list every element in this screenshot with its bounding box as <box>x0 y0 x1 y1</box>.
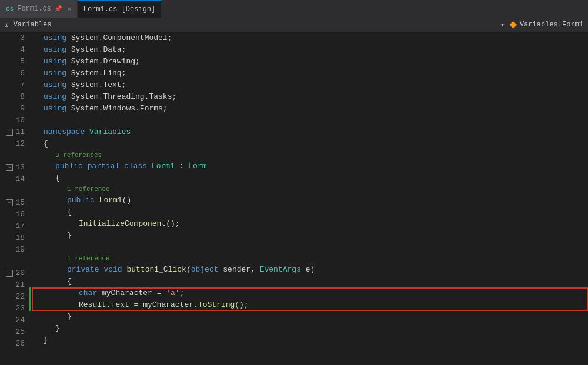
ln-14: 14 <box>0 173 25 185</box>
ln-ref3 <box>0 256 25 267</box>
collapse-15[interactable]: − <box>6 199 13 206</box>
tab-bar: cs Form1.cs 📌 ✕ Form1.cs [Design] <box>0 0 588 18</box>
ln-25: 25 <box>0 326 25 338</box>
breadcrumb-bar: ⊞ Variables ▾ 🔶 Variables.Form1 <box>0 18 588 32</box>
code-line-23: Result.Text = myCharacter.ToString(); <box>32 299 588 311</box>
ln-5: 5 <box>0 56 25 68</box>
variables-icon: ⊞ <box>5 21 9 29</box>
ln-4: 4 <box>0 44 25 56</box>
code-line-14: { <box>32 172 588 184</box>
collapse-11[interactable]: − <box>6 129 13 136</box>
code-line-4: using System.Data; <box>32 44 588 56</box>
highlight-region: char myCharacter = 'a'; Result.Text = my… <box>32 287 588 311</box>
code-line-7: using System.Text; <box>32 79 588 91</box>
collapse-13[interactable]: − <box>6 164 13 171</box>
tab-form1-design[interactable]: Form1.cs [Design] <box>78 0 162 18</box>
code-line-5: using System.Drawing; <box>32 56 588 68</box>
ln-10: 10 <box>0 115 25 126</box>
code-area: 3 4 5 6 7 8 9 10 −11 12 −13 14 −15 16 17… <box>0 32 588 365</box>
ln-16: 16 <box>0 209 25 220</box>
class-icon: 🔶 <box>509 21 517 29</box>
code-line-15: public Form1() <box>32 195 588 206</box>
code-line-16: { <box>32 206 588 218</box>
ln-19: 19 <box>0 244 25 256</box>
ln-13: −13 <box>0 162 25 173</box>
code-line-11: namespace Variables <box>32 126 588 138</box>
ln-11: −11 <box>0 126 25 138</box>
code-ref-1: 3 references <box>32 150 588 160</box>
ln-15: −15 <box>0 197 25 209</box>
ln-22: 22 <box>0 291 25 303</box>
line-numbers: 3 4 5 6 7 8 9 10 −11 12 −13 14 −15 16 17… <box>0 32 29 365</box>
code-ref-3: 1 reference <box>32 253 588 264</box>
tab-label: Form1.cs <box>17 5 51 13</box>
ln-ref2 <box>0 185 25 197</box>
code-content: using System.ComponentModel; using Syste… <box>29 32 588 365</box>
ln-23: 23 <box>0 303 25 314</box>
code-line-10 <box>32 115 588 126</box>
ln-24: 24 <box>0 314 25 326</box>
code-line-8: using System.Threading.Tasks; <box>32 91 588 103</box>
ln-12: 12 <box>0 138 25 150</box>
code-line-3: using System.ComponentModel; <box>32 32 588 44</box>
code-ref-2: 1 reference <box>32 184 588 195</box>
ln-ref1 <box>0 150 25 162</box>
code-line-9: using System.Windows.Forms; <box>32 103 588 115</box>
collapse-20[interactable]: − <box>6 270 13 277</box>
pin-icon: 📌 <box>55 5 62 12</box>
ln-17: 17 <box>0 220 25 232</box>
code-line-26: } <box>32 334 588 346</box>
ln-18: 18 <box>0 232 25 244</box>
code-line-18: } <box>32 230 588 242</box>
code-line-12: { <box>32 138 588 150</box>
ln-20: −20 <box>0 267 25 279</box>
ln-26: 26 <box>0 338 25 350</box>
code-line-19 <box>32 242 588 253</box>
code-line-17: InitializeComponent(); <box>32 218 588 230</box>
breadcrumb-dropdown-btn[interactable]: ▾ <box>498 21 507 29</box>
cs-icon: cs <box>6 5 14 12</box>
tab-design-label: Form1.cs [Design] <box>83 5 155 14</box>
breadcrumb-text: Variables <box>14 21 496 29</box>
ln-9: 9 <box>0 103 25 115</box>
close-icon[interactable]: ✕ <box>68 5 71 12</box>
code-line-20: private void button1_Click(object sender… <box>32 264 588 276</box>
breadcrumb-right-text: Variables.Form1 <box>520 21 583 29</box>
ln-8: 8 <box>0 91 25 103</box>
code-line-21: { <box>32 276 588 287</box>
ln-6: 6 <box>0 68 25 79</box>
code-line-6: using System.Linq; <box>32 68 588 79</box>
ln-21: 21 <box>0 279 25 291</box>
ln-7: 7 <box>0 79 25 91</box>
code-line-22: char myCharacter = 'a'; <box>32 287 588 299</box>
code-line-24: } <box>32 311 588 323</box>
code-line-25: } <box>32 323 588 334</box>
ln-3: 3 <box>0 32 25 44</box>
code-line-13: public partial class Form1 : Form <box>32 160 588 172</box>
tab-form1-cs[interactable]: cs Form1.cs 📌 ✕ <box>0 0 78 18</box>
breadcrumb-right: 🔶 Variables.Form1 <box>509 21 583 29</box>
